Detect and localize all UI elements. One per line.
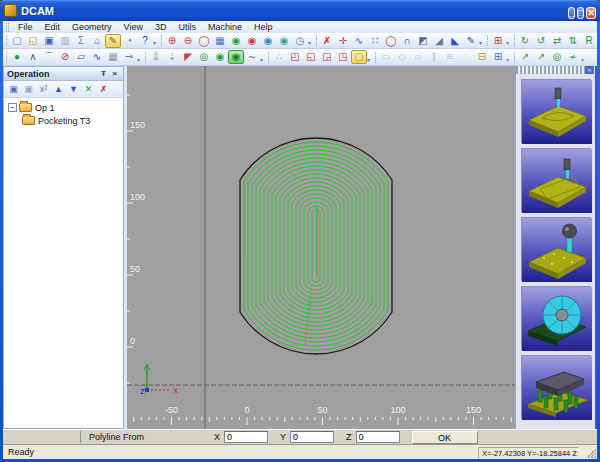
preview-close-icon[interactable]: ×	[585, 66, 594, 74]
chamfer-icon[interactable]: ◢	[431, 34, 447, 48]
menu-utils[interactable]: Utils	[172, 22, 202, 32]
menu-3d[interactable]: 3D	[149, 22, 173, 32]
view-red-group-overflow-icon[interactable]: ▾	[367, 56, 370, 63]
sim-6-icon[interactable]: ◌	[458, 50, 474, 64]
tree-item-pocketing-t3[interactable]: Pocketing T3	[4, 114, 123, 127]
blank-active-icon[interactable]: ▢	[351, 50, 367, 64]
machine-params-icon[interactable]: ▣	[6, 82, 21, 96]
preview-panel-handle[interactable]: ×	[516, 66, 595, 74]
circle-feature-icon[interactable]: ◎	[196, 50, 212, 64]
view-history-icon[interactable]: ◷	[292, 34, 308, 48]
close-panel-icon[interactable]: ×	[109, 69, 120, 78]
sim-1-icon[interactable]: ▭	[378, 50, 394, 64]
pin-2-icon[interactable]: ↗	[533, 50, 549, 64]
pin-1-icon[interactable]: ↗	[517, 50, 533, 64]
delete-icon[interactable]: ✗	[319, 34, 335, 48]
tree-item-op-1[interactable]: −Op 1	[4, 101, 123, 114]
sim-5-icon[interactable]: ≋	[442, 50, 458, 64]
close-button[interactable]: ✕	[586, 7, 596, 19]
point-icon[interactable]: ●	[9, 50, 25, 64]
help-icon[interactable]: ?	[137, 34, 153, 48]
redraw-icon[interactable]: ◉	[228, 34, 244, 48]
refresh-icon[interactable]: ◉	[244, 34, 260, 48]
tap-cycle-icon[interactable]: ⇣	[164, 50, 180, 64]
zoom-fit-icon[interactable]: ▦	[212, 34, 228, 48]
zoom-out-icon[interactable]: ⊖	[180, 34, 196, 48]
drill-cycle-icon[interactable]: ⇩	[148, 50, 164, 64]
offset-icon[interactable]: ∩	[399, 34, 415, 48]
polyline-icon[interactable]: ∧	[25, 50, 41, 64]
probe-icon[interactable]: ⊸	[121, 50, 137, 64]
menu-edit[interactable]: Edit	[39, 22, 67, 32]
sim-4-icon[interactable]: ∥	[426, 50, 442, 64]
tree-expander-icon[interactable]: −	[8, 103, 17, 112]
edit-group-overflow-icon[interactable]: ▾	[479, 39, 482, 46]
drill-sim-thumb[interactable]	[521, 217, 591, 281]
simulation-group-overflow-icon[interactable]: ▾	[506, 56, 509, 63]
sketch-mode-icon[interactable]: ✎	[105, 34, 121, 48]
spline-icon[interactable]: ∿	[89, 50, 105, 64]
web-update-icon[interactable]: ◔	[121, 34, 137, 48]
array-icon[interactable]: ∷	[367, 34, 383, 48]
origin-group-overflow-icon[interactable]: ▾	[506, 39, 509, 46]
red-view-3-icon[interactable]: ◲	[319, 50, 335, 64]
mirror-h-icon[interactable]: ⇄	[549, 34, 565, 48]
red-view-2-icon[interactable]: ◱	[303, 50, 319, 64]
pen-edit-icon[interactable]: ✎	[463, 34, 479, 48]
pin-group-overflow-icon[interactable]: ▾	[581, 56, 584, 63]
draw-group-overflow-icon[interactable]: ▾	[137, 56, 140, 63]
zoom-window-icon[interactable]: ◯	[196, 34, 212, 48]
menu-view[interactable]: View	[118, 22, 149, 32]
fill-icon[interactable]: ◣	[447, 34, 463, 48]
report-icon[interactable]: Σ	[73, 34, 89, 48]
circle-pair-icon[interactable]: ◉	[212, 50, 228, 64]
cycle-group-overflow-icon[interactable]: ▾	[260, 56, 263, 63]
red-view-1-icon[interactable]: ◰	[287, 50, 303, 64]
ok-button[interactable]: OK	[412, 431, 478, 444]
home-view-icon[interactable]: ⌂	[89, 34, 105, 48]
toggle-operation-icon[interactable]: ✕	[81, 82, 96, 96]
maximize-button[interactable]: □	[577, 7, 584, 19]
new-file-icon[interactable]: ▢	[9, 34, 25, 48]
rectangle-icon[interactable]: ▱	[73, 50, 89, 64]
flag-icon[interactable]: ◤	[180, 50, 196, 64]
file-group-overflow-icon[interactable]: ▾	[153, 39, 156, 46]
no-circle-icon[interactable]: ⊘	[57, 50, 73, 64]
machine-params-2-icon[interactable]: ▣	[21, 82, 36, 96]
drawing-canvas[interactable]: 050100150-50050100150XZ	[127, 66, 515, 429]
polyline-edit-icon[interactable]: ∿	[351, 34, 367, 48]
pocket-finish-sim-thumb[interactable]	[521, 148, 591, 212]
sim-3-icon[interactable]: ▱	[410, 50, 426, 64]
y-coordinate-input[interactable]	[290, 431, 334, 443]
move-icon[interactable]: ✛	[335, 34, 351, 48]
post-monitor-icon[interactable]: ⊞	[490, 50, 506, 64]
rotate-cw-icon[interactable]: ↻	[517, 34, 533, 48]
pin-panel-icon[interactable]: Ŧ	[98, 69, 109, 78]
sim-2-icon[interactable]: ◇	[394, 50, 410, 64]
print-icon[interactable]: ▥	[57, 34, 73, 48]
move-up-icon[interactable]: ▲	[51, 82, 66, 96]
wheel-tool-sim-thumb[interactable]	[521, 286, 591, 350]
delete-operation-icon[interactable]: ✗	[96, 82, 111, 96]
x-coordinate-input[interactable]	[224, 431, 268, 443]
select-region-icon[interactable]: ∴	[271, 50, 287, 64]
tool-table-icon[interactable]: ⊟	[474, 50, 490, 64]
move-down-icon[interactable]: ▼	[66, 82, 81, 96]
pan-view-icon[interactable]: ◉	[260, 34, 276, 48]
arc-icon[interactable]: ⌒	[41, 50, 57, 64]
trim-icon[interactable]: ◩	[415, 34, 431, 48]
rotate-view-icon[interactable]: ◉	[276, 34, 292, 48]
profile-icon[interactable]: ∼	[244, 50, 260, 64]
rotate-ccw-icon[interactable]: ↺	[533, 34, 549, 48]
menu-geometry[interactable]: Geometry	[66, 22, 118, 32]
zoom-group-overflow-icon[interactable]: ▾	[308, 39, 311, 46]
pocket-rough-sim-thumb[interactable]	[521, 79, 591, 143]
menu-help[interactable]: Help	[248, 22, 279, 32]
minimize-button[interactable]: _	[568, 7, 575, 19]
zoom-in-icon[interactable]: ⊕	[164, 34, 180, 48]
mirror-v-icon[interactable]: ⇅	[565, 34, 581, 48]
center-origin-icon[interactable]: ⊞	[490, 34, 506, 48]
red-view-4-icon[interactable]: ◳	[335, 50, 351, 64]
rotate-r-icon[interactable]: R	[581, 34, 597, 48]
circle-tool-icon[interactable]: ◯	[383, 34, 399, 48]
